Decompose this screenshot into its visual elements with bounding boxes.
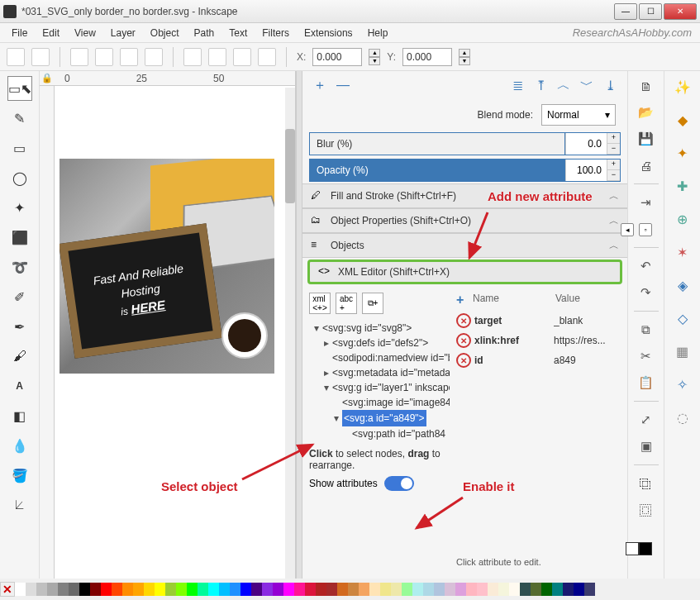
- connector-tool[interactable]: ⟀: [7, 493, 32, 517]
- color-swatch[interactable]: [466, 583, 477, 596]
- duplicate-node-button[interactable]: ⧉+: [362, 293, 383, 314]
- blend-mode-select[interactable]: Normal▾: [541, 104, 616, 126]
- pencil-tool[interactable]: ✐: [7, 284, 32, 309]
- clone-icon[interactable]: ⿴: [636, 500, 656, 520]
- canvas[interactable]: Fast And Reliable Hosting is HERE: [60, 93, 274, 456]
- color-swatch[interactable]: [348, 583, 359, 596]
- 3dbox-tool[interactable]: ⬛: [7, 225, 32, 250]
- x-up[interactable]: ▲: [369, 49, 380, 57]
- lower-bottom-icon[interactable]: [258, 48, 276, 66]
- color-swatch[interactable]: [240, 583, 251, 596]
- color-swatch[interactable]: [79, 583, 90, 596]
- new-text-node-button[interactable]: abc+: [336, 293, 357, 314]
- rect-tool[interactable]: ▭: [7, 136, 32, 160]
- paintbucket-tool[interactable]: 🪣: [7, 463, 32, 488]
- raise-top-icon[interactable]: [183, 48, 202, 66]
- rotate-ccw-icon[interactable]: [70, 48, 88, 66]
- color-swatch[interactable]: [294, 583, 305, 596]
- new-doc-icon[interactable]: [7, 48, 25, 66]
- snap-grid-icon[interactable]: ▦: [672, 340, 693, 362]
- color-swatch[interactable]: [498, 583, 509, 596]
- duplicate-icon[interactable]: ⿻: [636, 474, 656, 493]
- panel-resize-handle[interactable]: [296, 71, 302, 579]
- raise-top-icon2[interactable]: ⤒: [531, 76, 550, 94]
- color-swatch[interactable]: [520, 583, 531, 596]
- redo-icon[interactable]: ↷: [636, 283, 656, 302]
- save-icon[interactable]: 💾: [636, 129, 656, 149]
- raise-icon[interactable]: [208, 48, 226, 66]
- menu-edit[interactable]: Edit: [36, 25, 66, 41]
- object-properties-header[interactable]: 🗂 Object Properties (Shift+Ctrl+O) ︿: [302, 208, 627, 233]
- minimize-button[interactable]: —: [614, 3, 637, 20]
- color-swatch[interactable]: [402, 583, 412, 596]
- new-element-node-button[interactable]: xml<+>: [309, 293, 331, 314]
- print-icon[interactable]: 🖨: [636, 155, 656, 175]
- open-icon[interactable]: 📂: [636, 102, 656, 122]
- color-swatch[interactable]: [251, 583, 262, 596]
- node-tool[interactable]: ✎: [7, 106, 32, 131]
- snap-enable-icon[interactable]: ✨: [672, 76, 693, 98]
- color-swatch[interactable]: [69, 583, 79, 596]
- color-swatch[interactable]: [316, 583, 326, 596]
- color-swatch[interactable]: [165, 583, 176, 596]
- snap-other-icon[interactable]: ✚: [672, 175, 693, 197]
- color-swatch[interactable]: [155, 583, 165, 596]
- color-swatch[interactable]: [488, 583, 498, 596]
- color-swatch[interactable]: [36, 583, 47, 596]
- zoom-page-icon[interactable]: ▣: [636, 436, 656, 456]
- snap-node-icon[interactable]: ✦: [672, 142, 693, 164]
- ellipse-tool[interactable]: ◯: [7, 165, 32, 190]
- paste-icon[interactable]: 📋: [636, 373, 656, 393]
- color-swatch[interactable]: [144, 583, 155, 596]
- color-swatch[interactable]: [337, 583, 348, 596]
- no-fill-swatch[interactable]: ✕: [0, 582, 15, 597]
- color-swatch[interactable]: [326, 583, 337, 596]
- opacity-slider[interactable]: Opacity (%) 100.0 +−: [309, 159, 621, 182]
- menu-file[interactable]: File: [5, 25, 34, 41]
- bezier-tool[interactable]: ✒: [7, 314, 32, 339]
- color-swatch[interactable]: [101, 583, 112, 596]
- canvas-image[interactable]: Fast And Reliable Hosting is HERE: [60, 159, 274, 374]
- close-button[interactable]: ✕: [664, 3, 697, 20]
- delete-attr-icon[interactable]: ✕: [456, 313, 471, 328]
- attr-row[interactable]: ✕ id a849: [456, 350, 621, 370]
- y-up[interactable]: ▲: [459, 49, 470, 57]
- snap-rotation-icon[interactable]: ✶: [672, 241, 693, 263]
- color-swatch[interactable]: [262, 583, 273, 596]
- color-swatch[interactable]: [219, 583, 230, 596]
- x-down[interactable]: ▼: [369, 57, 380, 65]
- color-swatch[interactable]: [122, 583, 133, 596]
- flip-h-icon[interactable]: [120, 48, 138, 66]
- color-swatch[interactable]: [47, 583, 58, 596]
- calligraphy-tool[interactable]: 🖌: [7, 344, 32, 369]
- menu-filters[interactable]: Filters: [255, 25, 296, 41]
- color-swatch[interactable]: [198, 583, 208, 596]
- import-icon[interactable]: ⇥: [636, 193, 656, 212]
- color-swatch[interactable]: [359, 583, 369, 596]
- fill-none-swatches[interactable]: [626, 542, 652, 555]
- color-swatch[interactable]: [531, 583, 541, 596]
- lower-icon2[interactable]: ﹀: [578, 76, 596, 94]
- color-swatch[interactable]: [412, 583, 423, 596]
- attr-row[interactable]: ✕ target _blank: [456, 311, 621, 331]
- show-attributes-toggle[interactable]: [384, 476, 414, 491]
- snap-text-icon[interactable]: ◈: [672, 274, 693, 296]
- color-swatch[interactable]: [176, 583, 187, 596]
- flip-v-icon[interactable]: [145, 48, 163, 66]
- zoom-fit-icon[interactable]: ⤢: [636, 410, 656, 430]
- x-input[interactable]: [312, 48, 362, 66]
- lock-icon[interactable]: 🔒: [41, 73, 53, 83]
- xml-tree[interactable]: ▾<svg:svg id="svg8"> ▸<svg:defs id="defs…: [309, 317, 450, 445]
- star-tool[interactable]: ✦: [7, 195, 32, 220]
- layers-icon[interactable]: ≣: [508, 76, 526, 94]
- undo-icon[interactable]: ↶: [636, 256, 656, 276]
- color-swatch[interactable]: [283, 583, 294, 596]
- color-swatch[interactable]: [584, 583, 595, 596]
- y-input[interactable]: [402, 48, 452, 66]
- blur-slider[interactable]: Blur (%) 0.0 +−: [309, 132, 621, 155]
- add-layer-icon[interactable]: ＋: [311, 76, 329, 94]
- color-swatch[interactable]: [477, 583, 488, 596]
- color-swatch[interactable]: [509, 583, 520, 596]
- copy-icon[interactable]: ⧉: [636, 320, 656, 340]
- menu-help[interactable]: Help: [361, 25, 395, 41]
